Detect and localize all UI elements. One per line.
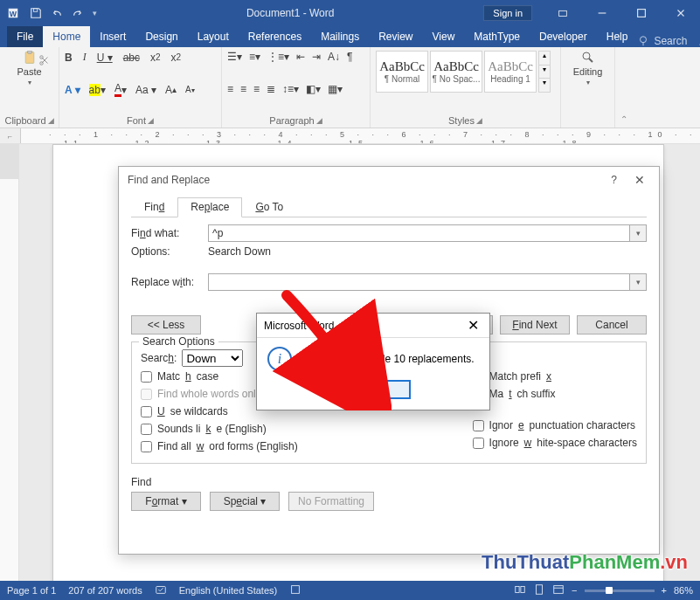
style-no-spacing[interactable]: AaBbCc¶ No Spac... — [430, 51, 482, 93]
tab-insert[interactable]: Insert — [90, 26, 135, 47]
tab-view[interactable]: View — [423, 26, 465, 47]
tab-references[interactable]: References — [239, 26, 311, 47]
redo-icon[interactable] — [72, 7, 84, 19]
tab-developer[interactable]: Developer — [530, 26, 597, 47]
sounds-like-checkbox[interactable]: Sounds like (English) — [141, 423, 298, 435]
justify-button[interactable]: ≣ — [267, 83, 275, 95]
underline-button[interactable]: U ▾ — [97, 52, 113, 64]
tab-design[interactable]: Design — [135, 26, 187, 47]
zoom-value[interactable]: 86% — [674, 585, 693, 596]
find-next-button[interactable]: Find Next — [500, 315, 570, 334]
tab-mailings[interactable]: Mailings — [311, 26, 369, 47]
gallery-up-icon[interactable]: ▴ — [539, 52, 550, 66]
borders-button[interactable]: ▦▾ — [328, 83, 343, 95]
language-status[interactable]: English (United States) — [179, 585, 278, 596]
tab-home[interactable]: Home — [43, 26, 90, 47]
sort-button[interactable]: A↓ — [328, 51, 340, 63]
svg-rect-17 — [292, 586, 300, 594]
shrink-font-button[interactable]: A▾ — [185, 85, 195, 94]
collapse-ribbon-icon[interactable]: ⌃ — [620, 114, 627, 124]
replace-with-input[interactable] — [208, 273, 647, 291]
word-forms-checkbox[interactable]: Find all word forms (English) — [141, 440, 298, 452]
minimize-icon[interactable] — [582, 0, 621, 25]
special-button[interactable]: Special ▾ — [210, 492, 280, 511]
increase-indent-button[interactable]: ⇥ — [312, 51, 321, 63]
msgbox-close-button[interactable]: ✕ — [464, 317, 482, 334]
ok-button[interactable]: OK — [336, 380, 411, 399]
sign-in-button[interactable]: Sign in — [483, 5, 532, 21]
bold-button[interactable]: B — [65, 52, 73, 64]
styles-gallery[interactable]: AaBbCc¶ Normal AaBbCc¶ No Spac... AaBbCc… — [376, 51, 555, 93]
gallery-more-icon[interactable]: ▾ — [539, 79, 550, 92]
strikethrough-button[interactable]: abc — [123, 52, 140, 64]
align-right-button[interactable]: ≡ — [253, 83, 260, 95]
web-layout-icon[interactable] — [552, 583, 565, 597]
cancel-button[interactable]: Cancel — [577, 315, 647, 334]
font-color-button[interactable]: A ▾ — [114, 82, 127, 97]
styles-launcher-icon[interactable]: ◢ — [476, 116, 482, 125]
font-launcher-icon[interactable]: ◢ — [148, 116, 154, 125]
tab-file[interactable]: File — [7, 26, 43, 47]
align-left-button[interactable]: ≡ — [227, 83, 233, 95]
ribbon-display-icon[interactable] — [543, 0, 582, 25]
vertical-ruler[interactable] — [0, 144, 19, 581]
clipboard-launcher-icon[interactable]: ◢ — [48, 116, 54, 125]
match-suffix-checkbox[interactable]: Match suffix — [473, 388, 637, 400]
cut-icon[interactable] — [38, 54, 51, 69]
show-marks-button[interactable]: ¶ — [347, 51, 352, 63]
ignore-punct-checkbox[interactable]: Ignore punctuation characters — [473, 419, 637, 431]
close-icon[interactable] — [661, 0, 700, 25]
style-heading-1[interactable]: AaBbCcHeading 1 — [484, 51, 537, 93]
decrease-indent-button[interactable]: ⇤ — [296, 51, 305, 63]
document-title: Document1 - Word — [97, 7, 483, 19]
bullets-button[interactable]: ☰▾ — [227, 51, 242, 63]
qat-customize-icon[interactable]: ▾ — [93, 9, 97, 17]
find-what-input[interactable]: ^p — [208, 224, 647, 242]
tab-help[interactable]: Help — [597, 26, 638, 47]
undo-icon[interactable] — [51, 7, 63, 19]
tab-review[interactable]: Review — [369, 26, 422, 47]
tab-selector[interactable]: ⌐ — [0, 128, 21, 144]
dialog-help-button[interactable]: ? — [611, 174, 617, 186]
read-mode-icon[interactable] — [514, 583, 526, 597]
tab-replace[interactable]: Replace — [177, 197, 242, 217]
text-effects-button[interactable]: A ▾ — [65, 84, 80, 96]
spell-check-icon[interactable] — [155, 583, 167, 597]
line-spacing-button[interactable]: ↕≡▾ — [282, 83, 299, 95]
accessibility-icon[interactable] — [289, 583, 301, 597]
editing-button[interactable]: Editing ▾ — [566, 51, 609, 86]
less-button[interactable]: << Less — [131, 315, 201, 334]
numbering-button[interactable]: ≡▾ — [249, 51, 260, 63]
subscript-button[interactable]: x2 — [150, 52, 161, 64]
tab-goto[interactable]: Go To — [242, 197, 296, 217]
dialog-close-button[interactable]: ✕ — [629, 173, 650, 187]
format-button[interactable]: Format ▾ — [131, 492, 201, 511]
tab-mathtype[interactable]: MathType — [464, 26, 530, 47]
superscript-button[interactable]: x2 — [171, 52, 182, 64]
style-normal[interactable]: AaBbCc¶ Normal — [376, 51, 428, 93]
ignore-ws-checkbox[interactable]: Ignore white-space characters — [473, 437, 637, 449]
word-count[interactable]: 207 of 207 words — [68, 585, 142, 596]
search-direction-select[interactable]: Down — [182, 349, 243, 367]
shading-button[interactable]: ◧▾ — [306, 83, 321, 95]
tab-layout[interactable]: Layout — [188, 26, 239, 47]
save-icon[interactable] — [30, 7, 42, 19]
maximize-icon[interactable] — [621, 0, 661, 25]
align-center-button[interactable]: ≡ — [240, 83, 246, 95]
print-layout-icon[interactable] — [533, 583, 545, 597]
zoom-out-icon[interactable]: − — [572, 585, 577, 596]
italic-button[interactable]: I — [83, 51, 87, 64]
zoom-slider[interactable] — [585, 590, 655, 592]
change-case-button[interactable]: Aa ▾ — [135, 84, 156, 96]
tell-me-search[interactable]: Search — [637, 35, 687, 47]
page-count[interactable]: Page 1 of 1 — [7, 585, 56, 596]
zoom-in-icon[interactable]: + — [662, 585, 667, 596]
highlight-button[interactable]: ab▾ — [89, 84, 106, 96]
gallery-down-icon[interactable]: ▾ — [539, 66, 550, 79]
grow-font-button[interactable]: A▴ — [165, 84, 177, 96]
tab-find[interactable]: Find — [131, 197, 177, 217]
horizontal-ruler[interactable]: ⌐ · · · 1 · · · 2 · · · 3 · · · 4 · · · … — [0, 128, 700, 144]
multilevel-button[interactable]: ⋮≡▾ — [267, 51, 289, 63]
paragraph-launcher-icon[interactable]: ◢ — [316, 116, 322, 125]
match-prefix-checkbox[interactable]: Match prefix — [473, 370, 637, 383]
